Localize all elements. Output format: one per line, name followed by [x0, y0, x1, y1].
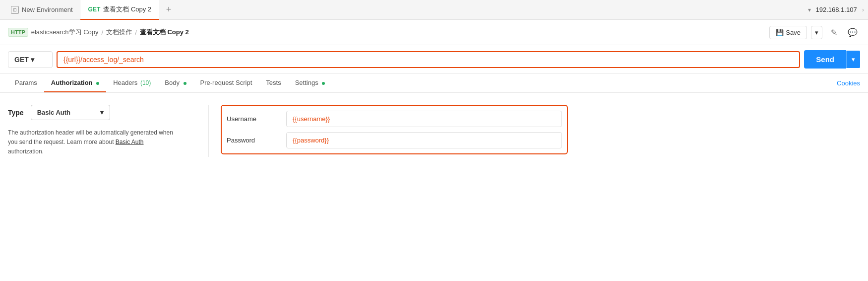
tab-bar: ⊡ New Environment GET 查看文档 Copy 2 + ▾ 19…	[0, 0, 868, 20]
auth-desc-text-1: The authorization header will be automat…	[8, 129, 173, 145]
auth-left: Type Basic Auth ▾ The authorization head…	[8, 105, 196, 157]
type-value: Basic Auth	[37, 109, 70, 116]
auth-divider	[208, 105, 209, 157]
edit-button[interactable]: ✎	[826, 25, 841, 40]
add-tab-button[interactable]: +	[161, 2, 176, 17]
breadcrumb-actions: 💾 Save ▾ ✎ 💬	[769, 25, 860, 40]
auth-description: The authorization header will be automat…	[8, 128, 177, 157]
env-icon: ⊡	[11, 6, 19, 14]
body-dot	[184, 82, 186, 85]
save-dropdown-button[interactable]: ▾	[811, 26, 822, 39]
password-input[interactable]	[286, 132, 562, 148]
tab-authorization[interactable]: Authorization	[44, 74, 106, 92]
settings-dot	[322, 82, 325, 85]
authorization-dot	[96, 82, 99, 85]
breadcrumb-bar: HTTP elasticsearch学习 Copy / 文档操作 / 查看文档 …	[0, 20, 868, 45]
auth-panel: Type Basic Auth ▾ The authorization head…	[0, 93, 868, 169]
url-bar: GET ▾ Send ▾	[0, 45, 868, 74]
breadcrumb-sep-2: /	[135, 29, 137, 36]
type-row: Type Basic Auth ▾	[8, 105, 196, 120]
tab-bar-right: ▾ 192.168.1.107 ›	[808, 6, 864, 13]
save-label: Save	[786, 29, 801, 36]
tab-pre-request-script[interactable]: Pre-request Script	[193, 74, 259, 92]
type-dropdown-icon: ▾	[100, 109, 104, 116]
type-label-text: Type	[8, 109, 24, 117]
request-method-label: GET	[88, 6, 101, 13]
tab-params[interactable]: Params	[8, 74, 44, 92]
url-input-wrap	[57, 51, 800, 68]
url-input[interactable]	[63, 56, 793, 64]
tab-headers[interactable]: Headers (10)	[106, 74, 158, 92]
tab-cookies[interactable]: Cookies	[837, 74, 860, 92]
tab-settings[interactable]: Settings	[288, 74, 332, 92]
method-select[interactable]: GET ▾	[8, 51, 53, 68]
auth-right: Username Password	[221, 105, 860, 157]
breadcrumb-sep-1: /	[102, 29, 104, 36]
save-button[interactable]: 💾 Save	[769, 26, 807, 39]
send-dropdown-button[interactable]: ▾	[846, 51, 860, 68]
method-value: GET	[14, 56, 29, 64]
username-input[interactable]	[286, 111, 562, 127]
breadcrumb-part-2[interactable]: 文档操作	[106, 28, 132, 37]
tab-tests[interactable]: Tests	[259, 74, 288, 92]
right-arrow-icon: ›	[862, 6, 864, 13]
username-row: Username	[227, 111, 562, 127]
send-button[interactable]: Send	[804, 50, 846, 69]
env-tab-label: New Environment	[22, 6, 73, 13]
credentials-box: Username Password	[221, 105, 568, 154]
tab-body[interactable]: Body	[158, 74, 193, 92]
comment-button[interactable]: 💬	[845, 25, 860, 40]
tab-dropdown-icon[interactable]: ▾	[808, 6, 811, 13]
tab-env[interactable]: ⊡ New Environment	[4, 0, 80, 20]
http-badge: HTTP	[8, 28, 28, 37]
auth-desc-text-2: authorization.	[8, 148, 44, 155]
password-row: Password	[227, 132, 562, 148]
ip-address: 192.168.1.107	[816, 6, 857, 13]
tab-nav: Params Authorization Headers (10) Body P…	[0, 74, 868, 93]
save-icon: 💾	[776, 29, 784, 36]
tab-request[interactable]: GET 查看文档 Copy 2	[80, 0, 159, 20]
headers-count: (10)	[140, 79, 151, 86]
request-title: 查看文档 Copy 2	[103, 5, 151, 14]
method-dropdown-icon: ▾	[31, 56, 34, 64]
send-button-group: Send ▾	[804, 50, 860, 69]
type-select[interactable]: Basic Auth ▾	[31, 105, 110, 120]
breadcrumb-current: 查看文档 Copy 2	[140, 28, 189, 37]
password-label: Password	[227, 137, 286, 144]
basic-auth-link[interactable]: Basic Auth	[116, 139, 144, 145]
username-label: Username	[227, 115, 286, 123]
breadcrumb-part-1[interactable]: elasticsearch学习 Copy	[31, 28, 99, 37]
